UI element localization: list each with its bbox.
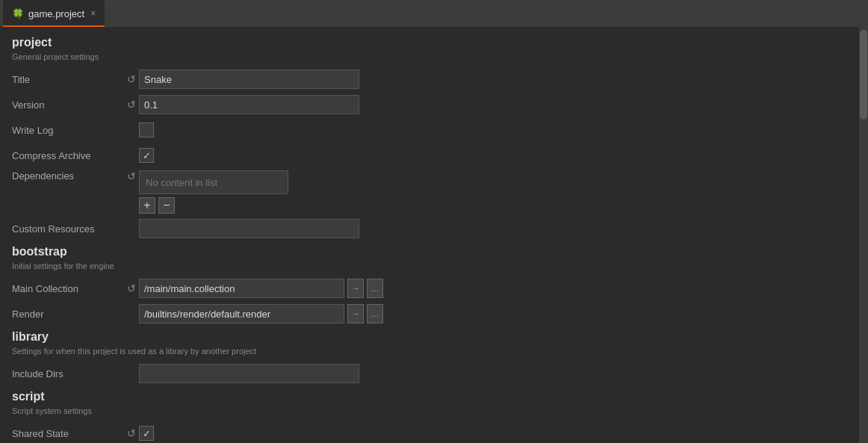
custom-resources-row: Custom Resources ↺ (12, 218, 847, 239)
title-label: Title (12, 74, 124, 85)
compress-archive-row: Compress Archive ↺ (12, 145, 847, 166)
title-reset-button[interactable]: ↺ (124, 73, 139, 85)
version-input[interactable] (139, 95, 359, 114)
shared-state-row: Shared State ↺ (12, 423, 847, 443)
render-input[interactable] (139, 304, 344, 323)
shared-state-label: Shared State (12, 428, 124, 439)
bootstrap-section-subtitle: Initial settings for the engine (12, 261, 847, 270)
dependencies-label: Dependencies (12, 170, 124, 182)
dependencies-empty-text: No content in list (146, 177, 217, 188)
main-collection-ellipsis-button[interactable]: … (367, 279, 383, 298)
render-row: Render ↺ → … (12, 303, 847, 324)
main-collection-arrow-button[interactable]: → (347, 279, 364, 298)
include-dirs-row: Include Dirs ↺ (12, 363, 847, 384)
main-collection-label: Main Collection (12, 283, 124, 294)
include-dirs-input[interactable] (139, 364, 359, 383)
shared-state-checkbox[interactable] (139, 426, 154, 441)
write-log-checkbox[interactable] (139, 123, 154, 137)
scrollbar-thumb[interactable] (860, 30, 867, 120)
script-section-title: script (12, 390, 847, 405)
settings-panel: project General project settings Title ↺… (0, 27, 859, 443)
script-section-subtitle: Script system settings (12, 406, 847, 415)
library-section-subtitle: Settings for when this project is used a… (12, 347, 847, 356)
project-section-title: project (12, 36, 847, 51)
compress-archive-label: Compress Archive (12, 150, 124, 161)
main-collection-input[interactable] (139, 279, 344, 298)
title-input[interactable] (139, 69, 359, 89)
custom-resources-input[interactable] (139, 219, 359, 238)
project-section-subtitle: General project settings (12, 52, 847, 61)
title-row: Title ↺ (12, 69, 847, 90)
dependencies-controls: + − (139, 197, 288, 214)
render-path-row: → … (139, 304, 383, 323)
main-content: project General project settings Title ↺… (0, 27, 868, 443)
main-collection-reset-button[interactable]: ↺ (124, 282, 139, 294)
library-section-title: library (12, 330, 847, 345)
version-label: Version (12, 99, 124, 111)
compress-archive-checkbox[interactable] (139, 148, 154, 163)
main-collection-row: Main Collection ↺ → … (12, 278, 847, 299)
bootstrap-section: bootstrap Initial settings for the engin… (12, 245, 847, 324)
dependencies-area: No content in list + − (139, 170, 288, 214)
game-project-tab[interactable]: 🍀 game.project × (3, 0, 105, 27)
version-row: Version ↺ (12, 94, 847, 115)
custom-resources-label: Custom Resources (12, 223, 124, 235)
write-log-label: Write Log (12, 125, 124, 136)
tab-bar: 🍀 game.project × (0, 0, 868, 27)
remove-dependency-button[interactable]: − (158, 197, 175, 214)
add-dependency-button[interactable]: + (139, 197, 155, 214)
render-label: Render (12, 309, 124, 320)
scrollbar-track (859, 27, 868, 443)
project-section: project General project settings Title ↺… (12, 36, 847, 239)
tab-close-button[interactable]: × (90, 8, 96, 19)
render-arrow-button[interactable]: → (347, 304, 364, 323)
tab-title: game.project (28, 8, 84, 19)
render-ellipsis-button[interactable]: … (367, 304, 383, 323)
defold-logo-icon: 🍀 (12, 7, 24, 19)
dependencies-row: Dependencies ↺ No content in list + − (12, 170, 847, 214)
dependencies-list: No content in list (139, 170, 288, 194)
include-dirs-label: Include Dirs (12, 368, 124, 380)
bootstrap-section-title: bootstrap (12, 245, 847, 260)
library-section: library Settings for when this project i… (12, 330, 847, 384)
script-section: script Script system settings Shared Sta… (12, 390, 847, 443)
version-reset-button[interactable]: ↺ (124, 99, 139, 111)
shared-state-reset-button[interactable]: ↺ (124, 427, 139, 439)
write-log-row: Write Log ↺ (12, 120, 847, 140)
main-collection-path-row: → … (139, 279, 383, 298)
dependencies-reset-button[interactable]: ↺ (124, 170, 139, 182)
